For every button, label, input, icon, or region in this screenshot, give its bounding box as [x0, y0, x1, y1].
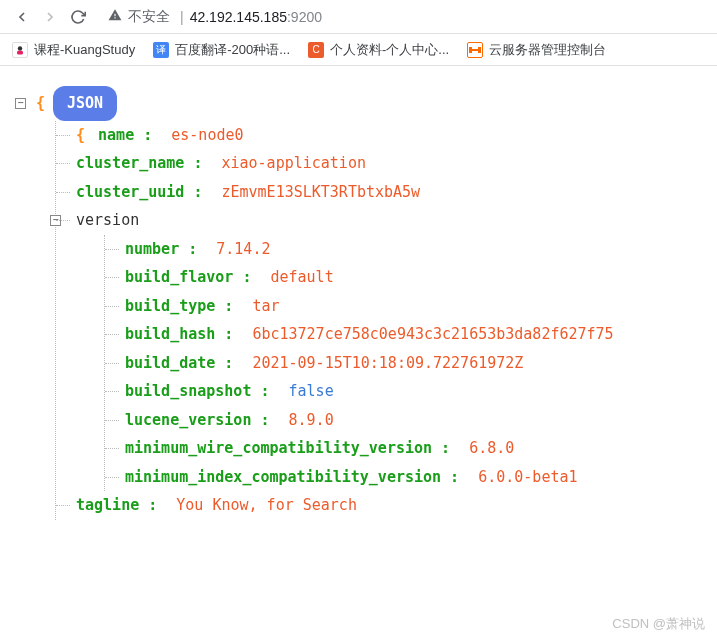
json-key: name [98, 126, 134, 144]
json-value: false [289, 382, 334, 400]
json-field-build-date: build_date : 2021-09-15T10:18:09.7227619… [105, 349, 702, 378]
collapse-toggle[interactable]: − [50, 215, 61, 226]
bookmark-aliyun[interactable]: 云服务器管理控制台 [467, 41, 606, 59]
json-key: lucene_version [125, 411, 251, 429]
json-field-lucene-version: lucene_version : 8.9.0 [105, 406, 702, 435]
svg-rect-2 [469, 47, 472, 53]
json-field-number: number : 7.14.2 [105, 235, 702, 264]
bookmarks-bar: 课程-KuangStudy 译 百度翻译-200种语... C 个人资料-个人中… [0, 34, 717, 66]
address-bar[interactable]: 不安全 | 42.192.145.185:9200 [100, 4, 709, 30]
json-value: 6bc13727ce758c0e943c3c21653b3da82f627f75 [252, 325, 613, 343]
forward-button[interactable] [36, 3, 64, 31]
bookmark-label: 课程-KuangStudy [34, 41, 135, 59]
json-key: version [76, 206, 139, 235]
json-key: build_snapshot [125, 382, 251, 400]
collapse-toggle[interactable]: − [15, 98, 26, 109]
json-children: { name : es-node0 cluster_name : xiao-ap… [55, 121, 702, 520]
json-key: minimum_wire_compatibility_version [125, 439, 432, 457]
reload-button[interactable] [64, 3, 92, 31]
json-value: 8.9.0 [289, 411, 334, 429]
json-badge: JSON [53, 86, 117, 121]
open-brace-icon: { [36, 89, 45, 118]
json-key: build_type [125, 297, 215, 315]
json-value: 6.0.0-beta1 [478, 468, 577, 486]
json-value: tar [252, 297, 279, 315]
bookmark-kuangstudy[interactable]: 课程-KuangStudy [12, 41, 135, 59]
json-version-children: number : 7.14.2 build_flavor : default b… [104, 235, 702, 492]
json-value: 6.8.0 [469, 439, 514, 457]
json-field-build-type: build_type : tar [105, 292, 702, 321]
json-field-name: { name : es-node0 [56, 121, 702, 150]
favicon-kuangstudy [12, 42, 28, 58]
json-field-min-index: minimum_index_compatibility_version : 6.… [105, 463, 702, 492]
json-key: cluster_name [76, 154, 184, 172]
json-field-version: − version [56, 206, 702, 235]
json-key: minimum_index_compatibility_version [125, 468, 441, 486]
json-value: 2021-09-15T10:18:09.722761972Z [252, 354, 523, 372]
bookmark-csdn[interactable]: C 个人资料-个人中心... [308, 41, 449, 59]
watermark: CSDN @萧神说 [612, 615, 705, 633]
bookmark-label: 个人资料-个人中心... [330, 41, 449, 59]
bookmark-label: 云服务器管理控制台 [489, 41, 606, 59]
json-key: cluster_uuid [76, 183, 184, 201]
json-field-cluster-name: cluster_name : xiao-application [56, 149, 702, 178]
json-field-cluster-uuid: cluster_uuid : zEmvmE13SLKT3RTbtxbA5w [56, 178, 702, 207]
svg-rect-3 [478, 47, 481, 53]
json-field-build-hash: build_hash : 6bc13727ce758c0e943c3c21653… [105, 320, 702, 349]
svg-point-0 [18, 46, 23, 51]
json-key: build_flavor [125, 268, 233, 286]
json-key: tagline [76, 496, 139, 514]
json-value: You Know, for Search [176, 496, 357, 514]
favicon-aliyun [467, 42, 483, 58]
warning-icon [108, 8, 122, 25]
back-button[interactable] [8, 3, 36, 31]
url-host: 42.192.145.185 [190, 9, 287, 25]
bookmark-label: 百度翻译-200种语... [175, 41, 290, 59]
browser-nav-bar: 不安全 | 42.192.145.185:9200 [0, 0, 717, 34]
json-value: default [270, 268, 333, 286]
svg-rect-4 [472, 49, 478, 51]
address-divider: | [180, 9, 184, 25]
json-root-row: − { JSON [15, 86, 702, 121]
insecure-label: 不安全 [128, 8, 170, 26]
json-field-tagline: tagline : You Know, for Search [56, 491, 702, 520]
svg-rect-1 [17, 50, 23, 54]
favicon-baidu: 译 [153, 42, 169, 58]
json-value: es-node0 [171, 126, 243, 144]
json-value: zEmvmE13SLKT3RTbtxbA5w [221, 183, 420, 201]
json-key: number [125, 240, 179, 258]
json-viewer: − { JSON { name : es-node0 cluster_name … [0, 66, 717, 540]
open-brace-icon: { [76, 126, 85, 144]
json-field-min-wire: minimum_wire_compatibility_version : 6.8… [105, 434, 702, 463]
url-port: :9200 [287, 9, 322, 25]
favicon-csdn: C [308, 42, 324, 58]
json-value: 7.14.2 [216, 240, 270, 258]
json-field-build-snapshot: build_snapshot : false [105, 377, 702, 406]
json-key: build_hash [125, 325, 215, 343]
bookmark-baidu[interactable]: 译 百度翻译-200种语... [153, 41, 290, 59]
json-key: build_date [125, 354, 215, 372]
json-field-build-flavor: build_flavor : default [105, 263, 702, 292]
json-value: xiao-application [221, 154, 366, 172]
